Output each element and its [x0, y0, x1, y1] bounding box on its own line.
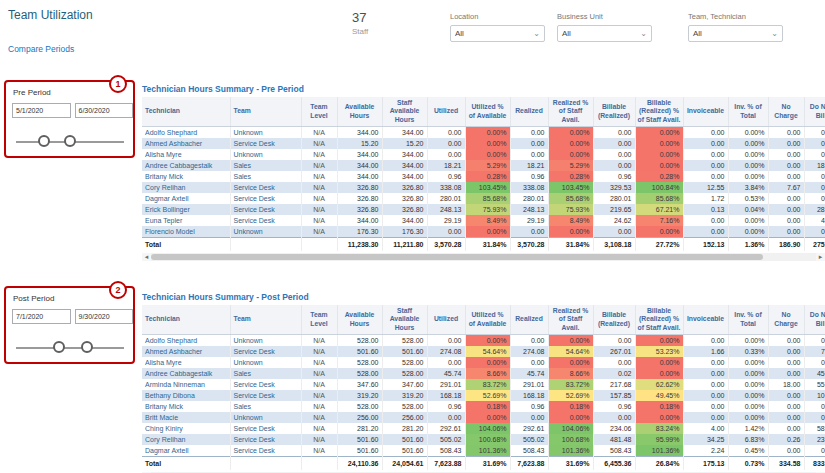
value-cell: 7.67 [768, 182, 804, 193]
total-cell: Total [142, 457, 230, 471]
slider-handle-end[interactable] [64, 135, 76, 147]
pre-period-slider[interactable] [16, 134, 124, 150]
column-header[interactable]: Utilized % of Available [465, 97, 510, 127]
column-header[interactable]: Do Not Bill [804, 97, 825, 127]
value-cell: 0.00 [510, 335, 548, 347]
business-unit-select[interactable]: All ⌄ [557, 25, 652, 42]
compare-periods-link[interactable]: Compare Periods [8, 44, 74, 54]
value-cell: 7.16% [635, 215, 683, 226]
total-cell: 186.90 [768, 238, 804, 252]
scrollbar-track[interactable] [151, 253, 816, 261]
column-header[interactable]: Billable (Realized) % of Staff Avail. [635, 97, 683, 127]
location-select[interactable]: All ⌄ [450, 25, 545, 42]
value-cell: 1.72 [683, 193, 728, 204]
value-cell: 219.65 [593, 204, 635, 215]
pre-table-scrollbar[interactable]: ◂ ▸ [142, 253, 825, 261]
value-cell: 45.74 [510, 368, 548, 379]
value-cell: 83.24% [635, 423, 683, 434]
column-header[interactable]: Staff Available Hours [382, 97, 427, 127]
scrollbar-thumb[interactable] [151, 254, 763, 260]
value-cell: 176.30 [382, 226, 427, 238]
scroll-left-icon[interactable]: ◂ [142, 253, 151, 261]
total-cell: 334.58 [768, 457, 804, 471]
total-cell: 31.69% [465, 457, 510, 471]
column-header[interactable]: Team Level [301, 305, 337, 335]
technician-cell: Ahmed Ashbacher [142, 346, 230, 357]
post-period-panel: 2 Post Period 7/1/2020 9/30/2020 [4, 286, 135, 364]
value-cell: 338.08 [427, 182, 465, 193]
column-header[interactable]: Available Hours [337, 305, 382, 335]
column-header[interactable]: Technician [142, 305, 230, 335]
value-cell: 29.19 [427, 215, 465, 226]
value-cell: 29.19 [510, 215, 548, 226]
scroll-right-icon[interactable]: ▸ [816, 253, 825, 261]
column-header[interactable]: Realized % of Staff Avail. [548, 97, 593, 127]
post-period-end-date[interactable]: 9/30/2020 [75, 309, 134, 324]
post-period-start-date[interactable]: 7/1/2020 [12, 309, 71, 324]
table-row: Ahmed AshbacherService DeskN/A15.2015.20… [142, 138, 825, 149]
value-cell: 0.00 [427, 127, 465, 139]
column-header[interactable]: Team [230, 97, 301, 127]
column-header[interactable]: Utilized [427, 97, 465, 127]
column-header[interactable]: Realized [510, 305, 548, 335]
value-cell: 100.68% [465, 434, 510, 445]
table-row: Alisha MyreUnknownN/A344.00344.000.000.0… [142, 149, 825, 160]
total-cell: 11,238.30 [337, 238, 382, 252]
column-header[interactable]: Billable (Realized) [593, 305, 635, 335]
column-header[interactable]: No Charge [768, 305, 804, 335]
table-row: Cory RelihanService DeskN/A326.80326.803… [142, 182, 825, 193]
total-row: Total11,238.3011,211.803,570.2831.84%3,5… [142, 238, 825, 252]
value-cell: 103.45% [465, 182, 510, 193]
value-cell: 0.00 [593, 412, 635, 423]
pre-table-section: Technician Hours Summary - Pre Period Te… [142, 84, 825, 261]
column-header[interactable]: Billable (Realized) [593, 97, 635, 127]
pre-period-end-date[interactable]: 6/30/2020 [75, 103, 134, 118]
pre-table: TechnicianTeamTeam LevelAvailable HoursS… [142, 97, 825, 251]
column-header[interactable]: Billable (Realized) % of Staff Avail. [635, 305, 683, 335]
column-header[interactable]: Utilized % of Available [465, 305, 510, 335]
team-cell: Sales [230, 171, 301, 182]
page-title: Team Utilization [8, 8, 93, 22]
column-header[interactable]: Realized % of Staff Avail. [548, 305, 593, 335]
total-cell [301, 457, 337, 471]
value-cell: 85.68% [465, 193, 510, 204]
value-cell: 528.00 [337, 368, 382, 379]
staff-count: 37 [352, 10, 368, 25]
post-period-slider[interactable] [16, 340, 124, 356]
column-header[interactable]: Staff Available Hours [382, 305, 427, 335]
column-header[interactable]: Invoiceable [683, 305, 728, 335]
pre-period-start-date[interactable]: 5/1/2020 [12, 103, 71, 118]
column-header[interactable]: Do Not Bill [804, 305, 825, 335]
value-cell: N/A [301, 434, 337, 445]
value-cell: 0.00 [768, 160, 804, 171]
value-cell: 0.00 [593, 335, 635, 347]
slider-handle-start[interactable] [38, 135, 50, 147]
column-header[interactable]: Technician [142, 97, 230, 127]
column-header[interactable]: Team [230, 305, 301, 335]
column-header[interactable]: Inv. % of Total [728, 305, 768, 335]
value-cell: 326.80 [337, 193, 382, 204]
column-header[interactable]: Utilized [427, 305, 465, 335]
location-select-value: All [455, 29, 464, 38]
column-header[interactable]: Invoiceable [683, 97, 728, 127]
value-cell: 347.60 [337, 379, 382, 390]
value-cell: 292.61 [510, 423, 548, 434]
team-technician-select[interactable]: All ⌄ [688, 25, 783, 42]
value-cell: 0.00 [510, 357, 548, 368]
pre-period-panel: 1 Pre Period 5/1/2020 6/30/2020 [4, 80, 135, 158]
value-cell: 505.02 [427, 434, 465, 445]
value-cell: 83.72% [548, 379, 593, 390]
slider-handle-start[interactable] [53, 341, 65, 353]
column-header[interactable]: Inv. % of Total [728, 97, 768, 127]
value-cell: 0.00 [804, 149, 825, 160]
value-cell: 0.00% [465, 357, 510, 368]
slider-handle-end[interactable] [81, 341, 93, 353]
column-header[interactable]: No Charge [768, 97, 804, 127]
column-header[interactable]: Realized [510, 97, 548, 127]
value-cell: 0.96 [593, 171, 635, 182]
value-cell: 0.00% [728, 160, 768, 171]
column-header[interactable]: Team Level [301, 97, 337, 127]
column-header[interactable]: Available Hours [337, 97, 382, 127]
technician-cell: Arminda Ninneman [142, 379, 230, 390]
total-cell: 26.84% [635, 457, 683, 471]
